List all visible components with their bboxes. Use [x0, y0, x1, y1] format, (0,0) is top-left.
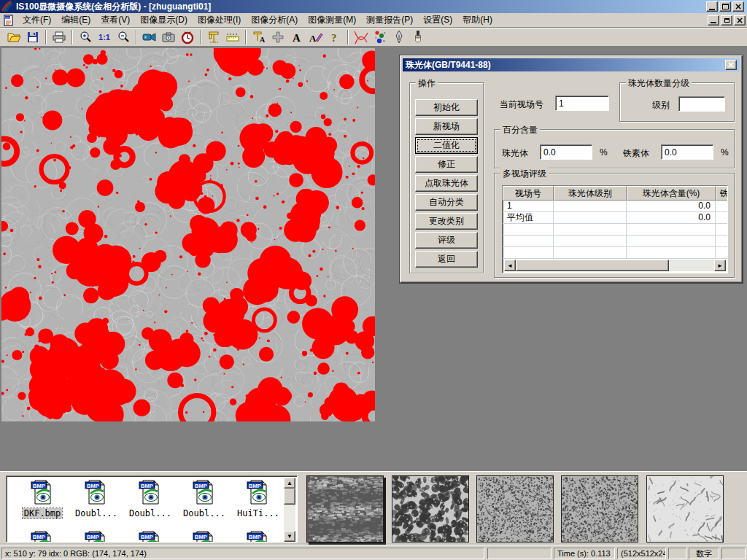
menu-settings[interactable]: 设置(S)	[418, 12, 457, 28]
file-list-scrollbar[interactable]: ▲ ▼	[284, 478, 295, 542]
brush-tool-button[interactable]	[409, 28, 427, 46]
menu-measure-report[interactable]: 测量报告(P)	[361, 12, 418, 28]
zoom-out-button[interactable]	[114, 28, 133, 46]
measure-annotate-button[interactable]: A	[249, 28, 268, 46]
new-field-button[interactable]: 新视场	[415, 118, 478, 135]
level-label: 级别	[652, 99, 670, 112]
caliper-measure-button[interactable]	[204, 28, 223, 46]
camera-icon	[161, 31, 176, 43]
auto-classify-button[interactable]: 自动分类	[415, 194, 478, 211]
save-button[interactable]	[23, 28, 42, 46]
file-name-label: Doubl...	[182, 508, 227, 518]
multi-field-group: 多视场评级 视场号 珠光体级别 珠光体含量(%) 铁素体含量(%) 1 0.0 …	[494, 173, 735, 278]
child-close-button[interactable]: ×	[734, 15, 746, 26]
change-class-button[interactable]: 更改类别	[415, 213, 478, 230]
micrograph-thumbnail-1[interactable]	[306, 475, 384, 542]
table-row[interactable]: 1 0.0	[503, 201, 727, 212]
window-maximize-button[interactable]	[719, 1, 731, 12]
scroll-left-arrow[interactable]: ◄	[504, 260, 516, 271]
menu-image-analysis[interactable]: 图像分析(A)	[246, 12, 303, 28]
cell-field: 1	[503, 201, 554, 212]
table-row[interactable]: 平均值 0.0	[503, 212, 727, 224]
edit-text-button[interactable]: A	[306, 28, 325, 46]
level-input[interactable]	[678, 96, 725, 112]
multi-field-group-label: 多视场评级	[500, 168, 549, 180]
grade-button[interactable]: 评级	[415, 232, 478, 249]
ferrite-unit: %	[721, 147, 729, 158]
bmp-file-icon: BMP	[138, 530, 163, 542]
caliper-text-icon: A	[252, 31, 266, 44]
file-name-label: HuiTi...	[236, 508, 281, 518]
table-row[interactable]	[503, 224, 727, 236]
toolbar-separator	[45, 30, 47, 44]
file-item[interactable]: BMPDoubl...	[123, 479, 177, 518]
micrograph-thumbnail-4[interactable]	[561, 475, 638, 542]
file-item[interactable]: BMP	[177, 530, 231, 542]
file-item[interactable]: BMP	[231, 530, 284, 542]
micrograph-thumbnail-2[interactable]	[392, 475, 469, 542]
calibration-curve-button[interactable]	[352, 28, 371, 46]
file-item[interactable]: BMP	[15, 530, 69, 542]
cell-ferrite	[716, 201, 728, 212]
scroll-down-arrow[interactable]: ▼	[284, 531, 295, 542]
actual-size-button[interactable]: 1:1	[95, 28, 114, 46]
file-item[interactable]: BMP	[123, 530, 177, 542]
pearlite-percent-input[interactable]	[540, 144, 592, 160]
file-item[interactable]: BMP	[69, 530, 123, 542]
open-button[interactable]	[4, 28, 23, 46]
ferrite-percent-input[interactable]	[661, 144, 713, 160]
help-button[interactable]: ?	[325, 28, 344, 46]
grid-tool-button[interactable]	[268, 28, 287, 46]
table-horizontal-scrollbar[interactable]: ◄ ►	[504, 260, 726, 271]
scroll-up-arrow[interactable]: ▲	[284, 478, 295, 489]
micrograph-thumbnail-3[interactable]	[476, 475, 554, 542]
scroll-right-arrow[interactable]: ►	[714, 260, 726, 271]
video-capture-button[interactable]	[140, 28, 159, 46]
zoom-in-button[interactable]	[76, 28, 95, 46]
micrograph-thumbnail-5[interactable]	[646, 475, 724, 542]
svg-text:DOC: DOC	[5, 16, 11, 19]
mdi-workspace: 珠光体(GB/T9441-88) × 操作 初始化 新视场 二值化 修正 点取珠…	[0, 47, 747, 471]
micrograph-image-binarized[interactable]	[1, 48, 375, 421]
menu-view[interactable]: 查看(V)	[96, 12, 135, 28]
dialog-close-button[interactable]: ×	[725, 60, 737, 70]
print-button[interactable]	[50, 28, 69, 46]
pick-pearlite-button[interactable]: 点取珠光体	[415, 175, 478, 192]
caliper-icon	[207, 31, 220, 44]
timer-button[interactable]	[178, 28, 197, 46]
menu-bar: DOC 文件(F) 编辑(E) 查看(V) 图像显示(D) 图像处理(I) 图像…	[0, 13, 747, 28]
file-item[interactable]: BMPDKF.bmp	[15, 479, 69, 518]
menu-image-process[interactable]: 图像处理(I)	[193, 12, 246, 28]
grading-table-header: 视场号 珠光体级别 珠光体含量(%) 铁素体含量(%)	[503, 186, 727, 201]
scrollbar-thumb[interactable]	[516, 260, 669, 271]
file-item[interactable]: BMPHuiTi...	[231, 479, 284, 518]
file-name-label: DKF.bmp	[23, 508, 63, 518]
file-item[interactable]: BMPDoubl...	[69, 479, 123, 518]
child-minimize-button[interactable]	[708, 15, 719, 26]
window-minimize-button[interactable]	[706, 1, 718, 12]
current-field-input[interactable]	[555, 96, 609, 111]
menu-help[interactable]: 帮助(H)	[457, 12, 498, 28]
window-close-button[interactable]: ×	[732, 1, 744, 12]
menu-image-display[interactable]: 图像显示(D)	[135, 12, 193, 28]
child-restore-button[interactable]	[721, 15, 732, 26]
bmp-file-icon: BMP	[246, 530, 271, 542]
menu-file[interactable]: 文件(F)	[18, 12, 56, 28]
pen-tool-button[interactable]	[390, 28, 409, 46]
camera-capture-button[interactable]	[159, 28, 178, 46]
menu-edit[interactable]: 编辑(E)	[56, 12, 96, 28]
init-button[interactable]: 初始化	[415, 99, 478, 116]
table-row[interactable]	[503, 236, 727, 247]
binarize-button[interactable]: 二值化	[415, 137, 478, 154]
text-tool-button[interactable]: A	[287, 28, 306, 46]
bmp-file-icon: BMP	[30, 530, 55, 542]
table-row[interactable]	[503, 247, 727, 259]
ruler-measure-button[interactable]	[223, 28, 242, 46]
correct-button[interactable]: 修正	[415, 156, 478, 173]
menu-image-measure[interactable]: 图像测量(M)	[303, 12, 361, 28]
dialog-title-bar[interactable]: 珠光体(GB/T9441-88) ×	[403, 58, 740, 71]
return-button[interactable]: 返回	[415, 251, 478, 268]
file-item[interactable]: BMPDoubl...	[177, 479, 231, 518]
particle-classify-button[interactable]: 123	[371, 28, 390, 46]
scrollbar-thumb[interactable]	[284, 489, 295, 505]
